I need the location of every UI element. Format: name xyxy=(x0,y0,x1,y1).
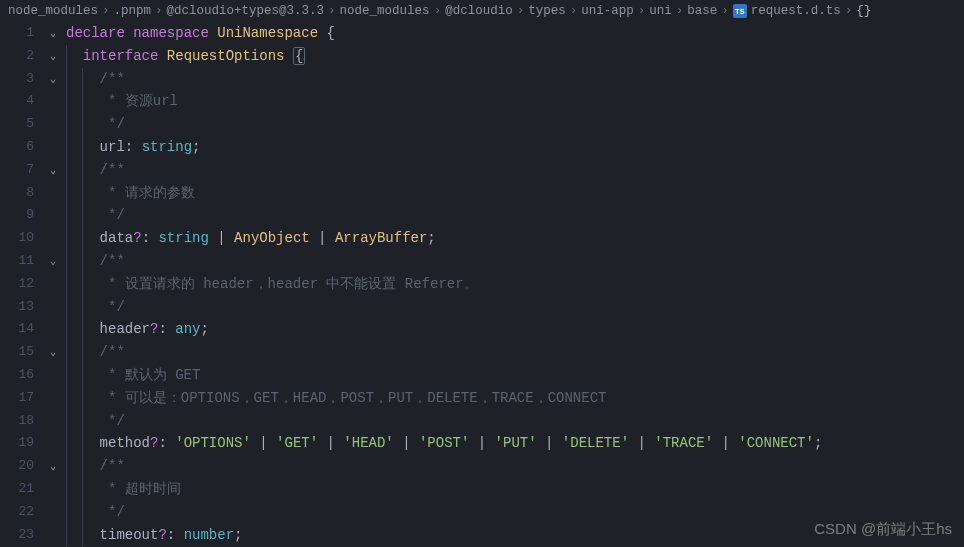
code-line: */ xyxy=(66,204,964,227)
code-content[interactable]: declare namespace UniNamespace { interfa… xyxy=(62,22,964,547)
line-number: 2 xyxy=(0,45,34,68)
line-number: 4 xyxy=(0,90,34,113)
line-number: 19 xyxy=(0,432,34,455)
code-line: /** xyxy=(66,455,964,478)
fold-toggle[interactable]: ⌄ xyxy=(44,22,62,45)
symbol-icon: {} xyxy=(856,4,871,18)
code-line: */ xyxy=(66,113,964,136)
code-line: * 可以是：OPTIONS，GET，HEAD，POST，PUT，DELETE，T… xyxy=(66,387,964,410)
code-line: */ xyxy=(66,501,964,524)
code-line: * 超时时间 xyxy=(66,478,964,501)
line-number: 18 xyxy=(0,410,34,433)
code-line: * 请求的参数 xyxy=(66,182,964,205)
fold-toggle[interactable]: ⌄ xyxy=(44,45,62,68)
line-number: 14 xyxy=(0,318,34,341)
breadcrumb-item[interactable]: uni xyxy=(649,4,672,18)
fold-toggle[interactable]: ⌄ xyxy=(44,250,62,273)
code-line: /** xyxy=(66,341,964,364)
code-line: /** xyxy=(66,68,964,91)
chevron-right-icon: › xyxy=(721,4,729,18)
breadcrumb: node_modules› .pnpm› @dcloudio+types@3.3… xyxy=(0,0,964,22)
fold-toggle[interactable]: ⌄ xyxy=(44,455,62,478)
code-line: timeout?: number; xyxy=(66,524,964,547)
breadcrumb-item[interactable]: uni-app xyxy=(581,4,634,18)
breadcrumb-item[interactable]: @dcloudio+types@3.3.3 xyxy=(167,4,325,18)
line-number: 5 xyxy=(0,113,34,136)
chevron-right-icon: › xyxy=(328,4,336,18)
line-number: 6 xyxy=(0,136,34,159)
line-number: 22 xyxy=(0,501,34,524)
breadcrumb-item[interactable]: base xyxy=(687,4,717,18)
code-line: */ xyxy=(66,410,964,433)
code-line: /** xyxy=(66,159,964,182)
breadcrumb-item[interactable]: @dcloudio xyxy=(445,4,513,18)
chevron-right-icon: › xyxy=(102,4,110,18)
breadcrumb-item[interactable]: node_modules xyxy=(8,4,98,18)
code-line: interface RequestOptions { xyxy=(66,45,964,68)
code-line: url: string; xyxy=(66,136,964,159)
line-number: 16 xyxy=(0,364,34,387)
chevron-right-icon: › xyxy=(638,4,646,18)
line-number-gutter: 1 2 3 4 5 6 7 8 9 10 11 12 13 14 15 16 1… xyxy=(0,22,44,547)
chevron-right-icon: › xyxy=(517,4,525,18)
line-number: 15 xyxy=(0,341,34,364)
fold-toggle[interactable]: ⌄ xyxy=(44,68,62,91)
breadcrumb-item[interactable]: node_modules xyxy=(340,4,430,18)
chevron-right-icon: › xyxy=(845,4,853,18)
code-line: method?: 'OPTIONS' | 'GET' | 'HEAD' | 'P… xyxy=(66,432,964,455)
fold-toggle[interactable]: ⌄ xyxy=(44,341,62,364)
line-number: 20 xyxy=(0,455,34,478)
line-number: 11 xyxy=(0,250,34,273)
chevron-right-icon: › xyxy=(570,4,578,18)
line-number: 21 xyxy=(0,478,34,501)
code-line: * 设置请求的 header，header 中不能设置 Referer。 xyxy=(66,273,964,296)
line-number: 10 xyxy=(0,227,34,250)
fold-gutter: ⌄ ⌄ ⌄ ⌄ ⌄ ⌄ ⌄ xyxy=(44,22,62,547)
line-number: 12 xyxy=(0,273,34,296)
code-line: /** xyxy=(66,250,964,273)
line-number: 3 xyxy=(0,68,34,91)
code-line: */ xyxy=(66,296,964,319)
line-number: 9 xyxy=(0,204,34,227)
line-number: 8 xyxy=(0,182,34,205)
chevron-right-icon: › xyxy=(676,4,684,18)
code-editor[interactable]: 1 2 3 4 5 6 7 8 9 10 11 12 13 14 15 16 1… xyxy=(0,22,964,547)
line-number: 23 xyxy=(0,524,34,547)
chevron-right-icon: › xyxy=(434,4,442,18)
code-line: declare namespace UniNamespace { xyxy=(66,22,964,45)
breadcrumb-item[interactable]: types xyxy=(528,4,566,18)
code-line: * 默认为 GET xyxy=(66,364,964,387)
line-number: 1 xyxy=(0,22,34,45)
breadcrumb-item[interactable]: .pnpm xyxy=(114,4,152,18)
breadcrumb-file[interactable]: request.d.ts xyxy=(751,4,841,18)
line-number: 13 xyxy=(0,296,34,319)
typescript-file-icon: TS xyxy=(733,4,747,18)
line-number: 17 xyxy=(0,387,34,410)
code-line: * 资源url xyxy=(66,90,964,113)
chevron-right-icon: › xyxy=(155,4,163,18)
code-line: header?: any; xyxy=(66,318,964,341)
fold-toggle[interactable]: ⌄ xyxy=(44,159,62,182)
line-number: 7 xyxy=(0,159,34,182)
code-line: data?: string | AnyObject | ArrayBuffer; xyxy=(66,227,964,250)
